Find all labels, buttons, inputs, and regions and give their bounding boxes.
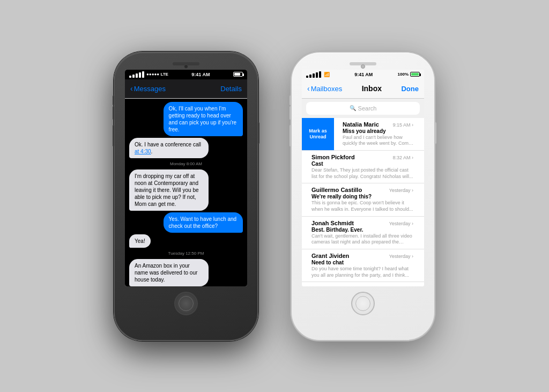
mail-subject: Need to chat [311, 260, 413, 265]
mail-sender: Jonah Schmidt [311, 220, 354, 226]
signal-icon [306, 71, 321, 78]
message-timestamp: Monday 8:00 AM [129, 161, 243, 166]
home-button-ring [355, 296, 370, 311]
home-button[interactable] [174, 292, 198, 315]
message-item: Ok, I'll call you when I'm getting ready… [164, 102, 243, 136]
mail-subject: Best. Birthday. Ever. [311, 227, 413, 233]
mail-preview: Dear Stefan, They just posted the offici… [311, 167, 413, 180]
message-item: Ok. I have a conference call at 4:30. [129, 138, 209, 158]
mail-nav: ‹ Mailboxes Inbox Done [302, 79, 424, 99]
mail-time: Yesterday › [389, 254, 413, 259]
battery-fill [234, 73, 240, 76]
signal-icon [129, 71, 144, 78]
status-left: ●●●●● LTE [129, 71, 168, 78]
messages-body: Ok, I'll call you when I'm getting ready… [125, 99, 247, 286]
mail-item[interactable]: Jonah Schmidt Yesterday › Best. Birthday… [302, 217, 424, 249]
mute-button[interactable] [290, 95, 291, 105]
phone-mail: 📶 9:41 AM 100% ‹ Mailboxes Inbox Done [291, 51, 435, 341]
power-button[interactable] [258, 122, 259, 144]
mailboxes-label: Mailboxes [311, 85, 343, 93]
home-button[interactable] [351, 292, 375, 315]
search-input[interactable]: 🔍 Search [306, 102, 420, 115]
message-item: I'm dropping my car off at noon at Conte… [129, 169, 209, 211]
mail-sender: Amir Assadi [311, 285, 346, 286]
front-camera [361, 64, 365, 69]
search-icon: 🔍 [350, 105, 356, 111]
scene: ●●●●● LTE 9:41 AM ‹ Messages Details [0, 0, 549, 392]
mail-item[interactable]: Mark asUnread Natalia Maric 9:15 AM › Mi… [302, 118, 424, 151]
mail-item-content: Simon Pickford 8:32 AM › Cast Dear Stefa… [302, 151, 424, 183]
mail-item-content: Grant Jividen Yesterday › Need to chat D… [302, 249, 424, 282]
status-bar-dark: ●●●●● LTE 9:41 AM [125, 70, 247, 79]
message-timestamp: Tuesday 12:50 PM [129, 251, 243, 256]
mail-preview: Can't wait, gentlemen. I installed all t… [311, 233, 413, 246]
message-item: Yes. Want to have lunch and check out th… [164, 212, 243, 233]
mail-preview: Paul and I can't believe how quickly the… [343, 135, 413, 147]
search-placeholder: Search [358, 105, 377, 112]
mail-sender: Simon Pickford [311, 154, 355, 160]
mail-sender: Guillermo Castillo [311, 187, 362, 193]
volume-up-button[interactable] [290, 106, 291, 120]
volume-down-button[interactable] [113, 125, 114, 146]
mail-subject: We're really doing this? [311, 194, 413, 199]
power-button[interactable] [435, 122, 436, 144]
time-label: 9:41 AM [191, 72, 210, 77]
mail-preview: Do you have some time tonight? I heard w… [311, 266, 413, 278]
time-label: 9:41 AM [354, 72, 373, 77]
mail-item[interactable]: Guillermo Castillo Yesterday › We're rea… [302, 183, 424, 216]
home-button-ring [179, 296, 194, 311]
mail-subject: Cast [311, 161, 413, 167]
messages-screen: ●●●●● LTE 9:41 AM ‹ Messages Details [125, 70, 247, 286]
mail-item-content: Guillermo Castillo Yesterday › We're rea… [302, 183, 424, 216]
messages-nav: ‹ Messages Details [125, 79, 247, 99]
mail-time: 8:32 AM › [392, 155, 413, 160]
back-button[interactable]: ‹ Messages [130, 84, 166, 93]
mail-item-content: Natalia Maric 9:15 AM › Miss you already… [334, 118, 424, 150]
inbox-title: Inbox [362, 84, 382, 93]
battery-fill [411, 73, 419, 76]
mail-subject: Miss you already [343, 128, 413, 134]
search-bar: 🔍 Search [302, 99, 424, 118]
mail-item-content: Jonah Schmidt Yesterday › Best. Birthday… [302, 217, 424, 249]
status-right: 100% [398, 72, 420, 77]
volume-down-button[interactable] [290, 125, 291, 146]
mail-sender: Natalia Maric [343, 121, 379, 128]
mail-preview: This is gonna be epic. Coop won't believ… [311, 200, 413, 212]
done-button[interactable]: Done [401, 85, 419, 93]
mail-item[interactable]: Grant Jividen Yesterday › Need to chat D… [302, 249, 424, 282]
mail-item[interactable]: Simon Pickford 8:32 AM › Cast Dear Stefa… [302, 151, 424, 183]
front-camera [184, 64, 188, 69]
battery-percent: 100% [398, 72, 409, 77]
mail-time: 9:15 AM › [392, 122, 413, 128]
mail-sender: Grant Jividen [311, 253, 349, 259]
battery-icon [233, 72, 243, 77]
details-button[interactable]: Details [220, 85, 242, 93]
mail-time: Yesterday › [389, 188, 413, 193]
status-right [233, 72, 243, 77]
wifi-icon: 📶 [324, 72, 330, 77]
carrier-label: ●●●●● LTE [146, 72, 168, 77]
message-item: An Amazon box in your name was delivered… [129, 259, 209, 286]
status-left: 📶 [306, 71, 330, 78]
volume-up-button[interactable] [113, 106, 114, 120]
mailboxes-back-button[interactable]: ‹ Mailboxes [307, 84, 342, 93]
status-bar-light: 📶 9:41 AM 100% [302, 70, 424, 79]
mute-button[interactable] [113, 95, 114, 105]
mail-list: Mark asUnread Natalia Maric 9:15 AM › Mi… [302, 118, 424, 286]
phone-messages: ●●●●● LTE 9:41 AM ‹ Messages Details [114, 51, 258, 341]
back-label: Messages [134, 85, 166, 93]
mail-item-content: Amir Assadi Yesterday › [302, 282, 424, 286]
message-item: Yea! [129, 234, 151, 248]
battery-icon [410, 72, 420, 77]
mail-screen: 📶 9:41 AM 100% ‹ Mailboxes Inbox Done [302, 70, 424, 286]
mark-as-unread-button[interactable]: Mark asUnread [302, 118, 334, 150]
mail-time: Yesterday › [389, 221, 413, 226]
mail-item[interactable]: Amir Assadi Yesterday › [302, 282, 424, 286]
